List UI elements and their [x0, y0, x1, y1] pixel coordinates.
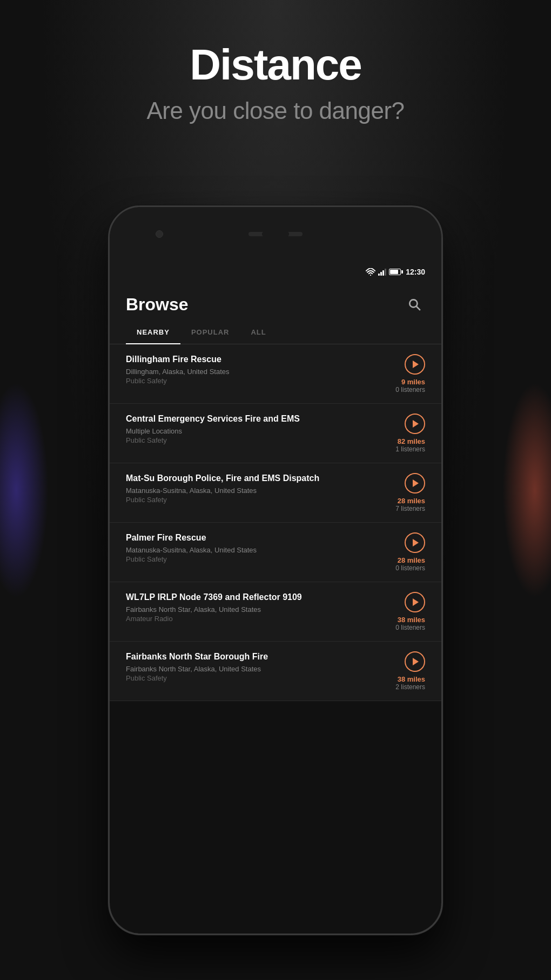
scanner-list: Dillingham Fire Rescue Dillingham, Alask… — [110, 344, 441, 701]
scanner-item-1[interactable]: Dillingham Fire Rescue Dillingham, Alask… — [110, 344, 441, 404]
play-button-6[interactable] — [405, 651, 425, 672]
phone-top-bezel — [110, 207, 441, 261]
front-camera — [156, 230, 163, 238]
scanner-info-3: Mat-Su Borough Police, Fire and EMS Disp… — [126, 473, 395, 504]
play-icon-4 — [413, 539, 419, 546]
scanner-location-2: Multiple Locations — [126, 427, 387, 435]
play-button-4[interactable] — [405, 532, 425, 553]
scanner-info-2: Central Emergency Services Fire and EMS … — [126, 414, 395, 444]
scanner-name-4: Palmer Fire Rescue — [126, 532, 387, 544]
scanner-category-6: Public Safety — [126, 674, 387, 682]
scanner-right-5: 38 miles 0 listeners — [395, 592, 425, 631]
scanner-distance-1: 9 miles — [401, 378, 425, 386]
battery-icon — [389, 269, 401, 275]
scanner-location-3: Matanuska-Susitna, Alaska, United States — [126, 486, 387, 495]
phone-notch — [262, 231, 289, 237]
scanner-listeners-1: 0 listeners — [395, 386, 425, 394]
play-button-3[interactable] — [405, 473, 425, 494]
scanner-right-2: 82 miles 1 listeners — [395, 414, 425, 453]
browse-title: Browse — [126, 295, 189, 315]
scanner-location-6: Fairbanks North Star, Alaska, United Sta… — [126, 665, 387, 673]
status-icons: 12:30 — [366, 268, 425, 276]
scanner-right-4: 28 miles 0 listeners — [395, 532, 425, 572]
scanner-distance-6: 38 miles — [398, 675, 425, 683]
scanner-right-3: 28 miles 7 listeners — [395, 473, 425, 512]
scanner-distance-4: 28 miles — [398, 556, 425, 564]
play-icon-6 — [413, 658, 419, 665]
scanner-listeners-6: 2 listeners — [395, 683, 425, 691]
play-icon-2 — [413, 420, 419, 428]
scanner-category-5: Amateur Radio — [126, 615, 387, 623]
signal-icon — [378, 268, 386, 276]
svg-line-2 — [416, 306, 420, 310]
scanner-name-6: Fairbanks North Star Borough Fire — [126, 651, 387, 663]
play-button-5[interactable] — [405, 592, 425, 612]
tab-all[interactable]: ALL — [240, 321, 277, 344]
scanner-item-4[interactable]: Palmer Fire Rescue Matanuska-Susitna, Al… — [110, 523, 441, 582]
app-header: Browse — [110, 283, 441, 321]
scanner-location-1: Dillingham, Alaska, United States — [126, 368, 387, 376]
scanner-name-3: Mat-Su Borough Police, Fire and EMS Disp… — [126, 473, 387, 484]
tab-popular[interactable]: POPULAR — [180, 321, 240, 344]
scanner-info-6: Fairbanks North Star Borough Fire Fairba… — [126, 651, 395, 682]
scanner-distance-2: 82 miles — [398, 437, 425, 445]
scanner-distance-5: 38 miles — [398, 616, 425, 624]
scanner-distance-3: 28 miles — [398, 497, 425, 505]
page-subtitle: Are you close to danger? — [0, 97, 551, 124]
play-button-1[interactable] — [405, 354, 425, 375]
search-button[interactable] — [404, 294, 425, 315]
scanner-info-1: Dillingham Fire Rescue Dillingham, Alask… — [126, 354, 395, 385]
scanner-location-4: Matanuska-Susitna, Alaska, United States — [126, 546, 387, 554]
scanner-location-5: Fairbanks North Star, Alaska, United Sta… — [126, 605, 387, 614]
scanner-category-4: Public Safety — [126, 555, 387, 563]
scanner-category-3: Public Safety — [126, 496, 387, 504]
scanner-name-1: Dillingham Fire Rescue — [126, 354, 387, 365]
scanner-category-1: Public Safety — [126, 377, 387, 385]
scanner-listeners-2: 1 listeners — [395, 445, 425, 453]
scanner-name-5: WL7LP IRLP Node 7369 and Reflector 9109 — [126, 592, 387, 603]
scanner-item-6[interactable]: Fairbanks North Star Borough Fire Fairba… — [110, 642, 441, 701]
play-button-2[interactable] — [405, 414, 425, 434]
scanner-name-2: Central Emergency Services Fire and EMS — [126, 414, 387, 425]
scanner-category-2: Public Safety — [126, 436, 387, 444]
tabs-row: NEARBY POPULAR ALL — [110, 321, 441, 344]
page-title: Distance — [0, 43, 551, 86]
app-content: Browse NEARBY POPULAR ALL — [110, 283, 441, 701]
svg-point-1 — [409, 299, 417, 307]
scanner-info-4: Palmer Fire Rescue Matanuska-Susitna, Al… — [126, 532, 395, 563]
svg-point-0 — [370, 275, 371, 276]
scanner-item-3[interactable]: Mat-Su Borough Police, Fire and EMS Disp… — [110, 463, 441, 523]
scanner-listeners-5: 0 listeners — [395, 624, 425, 631]
scanner-listeners-3: 7 listeners — [395, 505, 425, 512]
wifi-icon — [366, 268, 375, 276]
phone-screen: 12:30 Browse NEARBY — [110, 207, 441, 934]
scanner-item-2[interactable]: Central Emergency Services Fire and EMS … — [110, 404, 441, 463]
tab-nearby[interactable]: NEARBY — [126, 321, 180, 344]
scanner-item-5[interactable]: WL7LP IRLP Node 7369 and Reflector 9109 … — [110, 582, 441, 642]
scanner-info-5: WL7LP IRLP Node 7369 and Reflector 9109 … — [126, 592, 395, 623]
play-icon-5 — [413, 598, 419, 606]
status-bar: 12:30 — [110, 261, 441, 283]
search-icon — [407, 297, 421, 311]
play-icon-1 — [413, 361, 419, 368]
header-section: Distance Are you close to danger? — [0, 43, 551, 124]
phone-outer-shell: 12:30 Browse NEARBY — [108, 205, 443, 935]
scanner-listeners-4: 0 listeners — [395, 564, 425, 572]
play-icon-3 — [413, 479, 419, 487]
phone-mockup: 12:30 Browse NEARBY — [108, 205, 443, 935]
scanner-right-6: 38 miles 2 listeners — [395, 651, 425, 691]
scanner-right-1: 9 miles 0 listeners — [395, 354, 425, 394]
status-time: 12:30 — [406, 268, 425, 276]
